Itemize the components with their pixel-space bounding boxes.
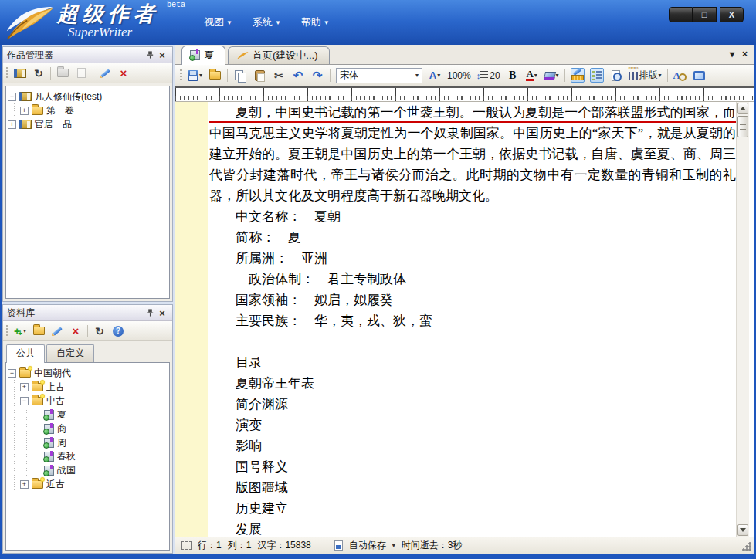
scroll-up-button[interactable]	[737, 103, 748, 114]
layout-button[interactable]: 排版 ▾	[629, 68, 662, 83]
tree-item-label: 官居一品	[35, 118, 72, 131]
tree-item-volume1[interactable]: + 第一卷	[8, 103, 168, 117]
close-panel-icon[interactable]: ×	[156, 307, 168, 319]
print-preview-button[interactable]	[609, 68, 623, 83]
minimize-button[interactable]: ─	[669, 7, 693, 22]
add-entry-button[interactable]: ++ ▾	[13, 324, 27, 338]
close-button[interactable]: X	[720, 7, 744, 22]
font-family-select[interactable]: 宋体 ▾	[336, 68, 422, 83]
word-zoom-button[interactable]: A	[673, 68, 687, 83]
tab-public[interactable]: 公共	[6, 344, 45, 363]
delete-icon: ×	[120, 68, 127, 79]
zoom-level[interactable]: 100%	[447, 70, 471, 81]
horizontal-ruler[interactable]	[175, 86, 754, 102]
bold-button[interactable]: B	[506, 68, 520, 83]
preview-icon	[611, 70, 622, 81]
outline-toggle-button[interactable]	[590, 68, 604, 83]
fullscreen-button[interactable]	[693, 68, 707, 83]
works-manager-panel: 作品管理器 × ↻ ×	[2, 46, 173, 302]
undo-button[interactable]: ↶	[291, 68, 305, 83]
title-bar: 超级作者 SuperWriter beta 视图 ▼ 系统 ▼ 帮助 ▼ ─ □…	[0, 0, 756, 45]
expand-icon[interactable]: +	[20, 480, 29, 489]
tab-custom[interactable]: 自定义	[46, 344, 94, 362]
tree-item-zhou[interactable]: 周	[8, 435, 168, 449]
ruler-toggle-button[interactable]	[571, 68, 585, 83]
toolbar-grip[interactable]	[6, 67, 8, 80]
expand-icon[interactable]: +	[8, 120, 16, 129]
font-size-button[interactable]: A ▾	[428, 68, 442, 83]
resize-grip[interactable]	[742, 542, 751, 551]
chevron-down-icon[interactable]: ▾	[392, 542, 395, 549]
tree-item-dynasties[interactable]: − 中国朝代	[8, 366, 168, 380]
save-button[interactable]: ▾	[188, 68, 202, 83]
autosave-label[interactable]: 自动保存	[349, 539, 386, 552]
tree-item-jingu[interactable]: + 近古	[8, 477, 168, 491]
works-tree: − 凡人修仙传(test) + 第一卷 + 官居一品	[5, 86, 170, 299]
new-document-button[interactable]	[74, 66, 88, 80]
toolbar-grip[interactable]	[6, 325, 8, 337]
info-line: 国家领袖： 姒启，姒履癸	[209, 290, 736, 310]
vertical-scrollbar[interactable]	[736, 102, 749, 537]
highlight-button[interactable]: ▾	[544, 68, 559, 83]
import-book-button[interactable]	[13, 66, 27, 80]
menu-system[interactable]: 系统 ▼	[253, 15, 281, 29]
tree-item-zhanguo[interactable]: 战国	[8, 463, 168, 477]
line-spacing-button[interactable]: ↕ 20	[476, 68, 500, 83]
pin-icon[interactable]	[144, 49, 156, 61]
close-panel-icon[interactable]: ×	[156, 49, 168, 61]
tree-item-shanggu[interactable]: + 上古	[8, 380, 168, 394]
a-magnifier-icon: A	[673, 69, 687, 81]
lines-icon	[480, 71, 488, 80]
cut-button[interactable]: ✂	[272, 68, 286, 83]
folder-button[interactable]	[56, 66, 69, 80]
save-icon	[188, 70, 198, 81]
tree-item-novel2[interactable]: + 官居一品	[8, 117, 168, 131]
tree-connector	[8, 394, 20, 408]
expand-icon[interactable]: +	[20, 383, 29, 391]
copy-button[interactable]	[233, 68, 247, 83]
tab-document-xia[interactable]: 夏	[181, 46, 225, 65]
menu-help[interactable]: 帮助 ▼	[301, 15, 330, 29]
document-text[interactable]: 夏朝，中国史书记载的第一个世袭王朝。一般认为夏朝是一个部落联盟形式的国家，而中国…	[209, 102, 736, 537]
paste-icon	[255, 70, 265, 81]
paste-button[interactable]	[253, 68, 266, 83]
pin-icon[interactable]	[144, 307, 156, 319]
expand-icon[interactable]: +	[20, 107, 29, 115]
selection-mode-icon[interactable]	[181, 541, 192, 550]
tree-item-xia[interactable]: 夏	[8, 408, 168, 422]
maximize-button[interactable]: □	[693, 7, 717, 22]
document-canvas[interactable]: 夏朝，中国史书记载的第一个世袭王朝。一般认为夏朝是一个部落联盟形式的国家，而中国…	[175, 102, 754, 537]
info-line: 政治体制： 君主专制政体	[209, 269, 736, 290]
new-page-icon	[77, 68, 86, 78]
toc-line: 目录	[209, 352, 736, 373]
delete-button[interactable]: ×	[117, 66, 131, 80]
tree-item-shang[interactable]: 商	[8, 422, 168, 435]
scrollbar-thumb[interactable]	[737, 116, 748, 137]
tab-list-chevron-icon[interactable]: ▾	[730, 49, 734, 59]
edit-button[interactable]	[50, 324, 64, 338]
collapse-icon[interactable]: −	[8, 369, 16, 378]
redo-button[interactable]: ↷	[310, 68, 324, 83]
refresh-button[interactable]: ↻	[32, 66, 46, 80]
close-tab-icon[interactable]: ×	[742, 49, 748, 59]
tree-item-chunqiu[interactable]: 春秋	[8, 449, 168, 463]
font-color-button[interactable]: A ▾	[525, 68, 539, 83]
edit-button[interactable]	[98, 66, 112, 80]
folder-icon	[57, 69, 69, 77]
collapse-icon[interactable]: −	[20, 397, 29, 405]
scroll-down-button[interactable]	[737, 524, 748, 536]
info-line: 中文名称： 夏朝	[209, 206, 736, 227]
tab-home[interactable]: 首页(建设中...)	[228, 46, 330, 64]
help-button[interactable]: ?	[111, 324, 125, 338]
collapse-icon[interactable]: −	[8, 93, 16, 101]
tree-item-zhonggu[interactable]: − 中古	[8, 394, 168, 408]
chevron-down-icon: ▾	[199, 72, 202, 79]
refresh-button[interactable]: ↻	[93, 324, 107, 338]
toolbar-grip[interactable]	[180, 69, 182, 82]
tree-item-novel1[interactable]: − 凡人修仙传(test)	[8, 90, 168, 103]
open-folder-button[interactable]	[32, 324, 46, 338]
menu-system-label: 系统	[253, 15, 273, 29]
open-button[interactable]	[208, 68, 222, 83]
delete-button[interactable]: ×	[69, 324, 83, 338]
menu-view[interactable]: 视图 ▼	[204, 15, 232, 29]
